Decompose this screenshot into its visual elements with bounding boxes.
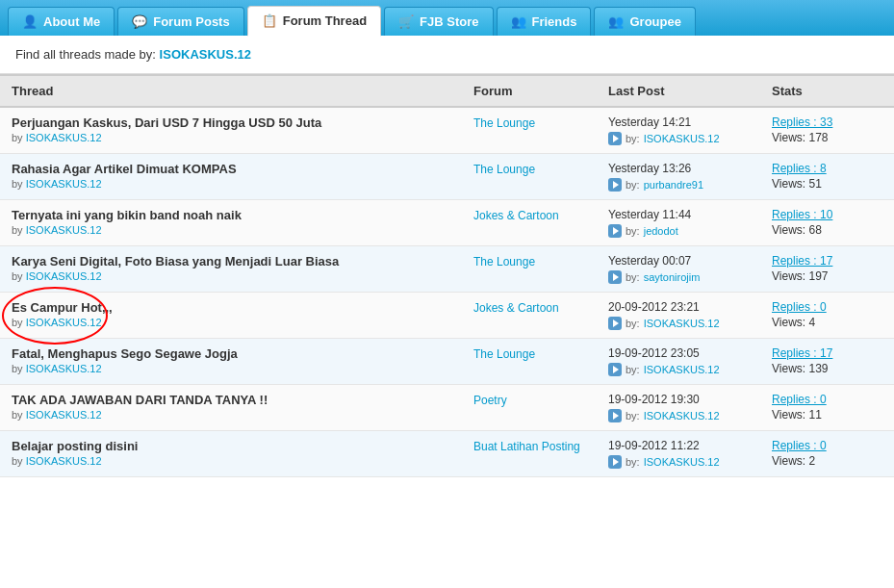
last-post-time: 19-09-2012 19:30 [608,393,749,406]
thread-cell: Fatal, Menghapus Sego Segawe Jogja by IS… [0,339,462,385]
views-text: Views: 178 [772,131,882,144]
last-post-author-link[interactable]: ISOKASKUS.12 [644,318,720,329]
views-text: Views: 11 [772,408,882,422]
views-text: Views: 51 [772,177,882,191]
tab-fjb-store[interactable]: 🛒FJB Store [384,7,493,36]
tab-groupee[interactable]: 👥Groupee [594,7,695,36]
table-header-row: Thread Forum Last Post Stats [0,75,894,107]
thread-author-link[interactable]: ISOKASKUS.12 [26,455,102,467]
friends-icon: 👥 [511,14,526,29]
table-row: Rahasia Agar Artikel Dimuat KOMPAS by IS… [0,154,894,200]
forum-link[interactable]: The Lounge [473,116,535,130]
replies-link[interactable]: Replies : 10 [772,208,882,221]
thread-title-link[interactable]: Perjuangan Kaskus, Dari USD 7 Hingga USD… [12,115,321,130]
last-post-author-link[interactable]: ISOKASKUS.12 [644,410,720,422]
username-link[interactable]: ISOKASKUS.12 [160,47,251,62]
forum-link[interactable]: The Lounge [473,255,535,268]
tab-about-me[interactable]: 👤About Me [8,7,115,36]
views-text: Views: 4 [772,316,882,329]
play-icon [608,455,622,469]
thread-by: by ISOKASKUS.12 [12,132,450,143]
tab-forum-posts[interactable]: 💬Forum Posts [117,7,243,36]
last-post-cell: Yesterday 11:44 by: jedodot [597,200,760,246]
forum-link[interactable]: The Lounge [473,347,535,361]
thread-author-link[interactable]: ISOKASKUS.12 [26,270,102,282]
last-post-by: by: ISOKASKUS.12 [608,317,749,330]
thread-author-link[interactable]: ISOKASKUS.12 [26,317,102,328]
stats-cell: Replies : 33 Views: 178 [760,107,894,154]
replies-link[interactable]: Replies : 0 [772,439,882,452]
thread-by: by ISOKASKUS.12 [12,363,450,374]
thread-cell: Es Campur Hot,,, by ISOKASKUS.12 [0,293,462,339]
forum-link[interactable]: Jokes & Cartoon [473,301,559,315]
last-post-author-link[interactable]: ISOKASKUS.12 [644,364,720,375]
stats-cell: Replies : 0 Views: 4 [760,293,894,339]
thread-title-link[interactable]: Es Campur Hot,,, [12,300,113,315]
forum-link[interactable]: Poetry [473,394,507,407]
replies-link[interactable]: Replies : 17 [772,254,882,268]
views-text: Views: 139 [772,362,882,375]
stats-cell: Replies : 17 Views: 139 [760,339,894,385]
play-icon [608,270,622,284]
thread-title-link[interactable]: Rahasia Agar Artikel Dimuat KOMPAS [12,162,237,176]
tab-friends[interactable]: 👥Friends [497,7,592,36]
thread-by: by ISOKASKUS.12 [12,317,450,328]
last-post-author-link[interactable]: saytonirojim [644,271,701,283]
col-thread: Thread [0,75,462,107]
play-icon [608,132,622,145]
forum-link[interactable]: The Lounge [473,163,535,176]
last-post-time: Yesterday 14:21 [608,115,749,129]
forum-cell: The Lounge [462,154,597,200]
tab-label: Groupee [629,14,680,29]
last-post-time: 19-09-2012 23:05 [608,346,749,360]
thread-title-link[interactable]: Fatal, Menghapus Sego Segawe Jogja [12,346,238,361]
last-post-by: by: jedodot [608,224,749,238]
thread-title-link[interactable]: Belajar posting disini [12,439,138,453]
thread-cell: TAK ADA JAWABAN DARI TANDA TANYA !! by I… [0,385,462,431]
table-row: Karya Seni Digital, Foto Biasa yang Menj… [0,246,894,293]
last-post-author-link[interactable]: jedodot [644,225,678,237]
last-post-by: by: purbandre91 [608,178,749,192]
find-bar: Find all threads made by: ISOKASKUS.12 [0,36,894,74]
last-post-cell: Yesterday 13:26 by: purbandre91 [597,154,760,200]
play-icon [608,317,622,330]
thread-cell: Rahasia Agar Artikel Dimuat KOMPAS by IS… [0,154,462,200]
thread-author-link[interactable]: ISOKASKUS.12 [26,224,102,236]
thread-author-link[interactable]: ISOKASKUS.12 [26,178,102,190]
tab-label: Friends [532,14,577,29]
play-icon [608,409,622,422]
tab-forum-thread[interactable]: 📋Forum Thread [247,6,381,37]
last-post-by: by: ISOKASKUS.12 [608,455,749,469]
forum-cell: Poetry [462,385,597,431]
forum-link[interactable]: Jokes & Cartoon [473,209,559,222]
thread-by: by ISOKASKUS.12 [12,178,450,190]
thread-title-link[interactable]: Ternyata ini yang bikin band noah naik [12,208,242,222]
replies-link[interactable]: Replies : 8 [772,162,882,175]
last-post-by: by: ISOKASKUS.12 [608,363,749,376]
last-post-author-link[interactable]: ISOKASKUS.12 [644,133,720,144]
replies-link[interactable]: Replies : 17 [772,346,882,360]
forum-posts-icon: 💬 [132,14,147,29]
thread-title-link[interactable]: Karya Seni Digital, Foto Biasa yang Menj… [12,254,339,268]
thread-by: by ISOKASKUS.12 [12,455,450,467]
stats-cell: Replies : 0 Views: 11 [760,385,894,431]
forum-link[interactable]: Buat Latihan Posting [473,440,580,453]
forum-cell: The Lounge [462,246,597,293]
last-post-author-link[interactable]: ISOKASKUS.12 [644,456,720,468]
thread-by: by ISOKASKUS.12 [12,224,450,236]
thread-author-link[interactable]: ISOKASKUS.12 [26,363,102,374]
play-icon [608,363,622,376]
replies-link[interactable]: Replies : 33 [772,115,882,129]
thread-author-link[interactable]: ISOKASKUS.12 [26,132,102,143]
thread-title-link[interactable]: TAK ADA JAWABAN DARI TANDA TANYA !! [12,393,268,407]
thread-by: by ISOKASKUS.12 [12,270,450,282]
thread-author-link[interactable]: ISOKASKUS.12 [26,409,102,421]
last-post-time: 19-09-2012 11:22 [608,439,749,452]
last-post-author-link[interactable]: purbandre91 [644,179,703,191]
replies-link[interactable]: Replies : 0 [772,393,882,406]
thread-cell: Ternyata ini yang bikin band noah naik b… [0,200,462,246]
last-post-time: Yesterday 00:07 [608,254,749,268]
play-icon [608,224,622,238]
replies-link[interactable]: Replies : 0 [772,300,882,314]
table-row: Ternyata ini yang bikin band noah naik b… [0,200,894,246]
